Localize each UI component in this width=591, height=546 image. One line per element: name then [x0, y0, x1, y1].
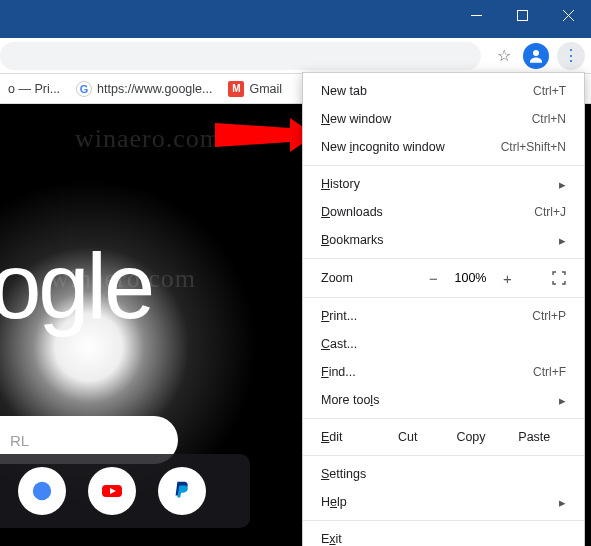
watermark-text: winaero.com: [75, 124, 221, 154]
menu-settings[interactable]: Settings: [303, 460, 584, 488]
zoom-in-button[interactable]: +: [493, 270, 523, 287]
bookmark-item[interactable]: o — Pri...: [8, 82, 60, 96]
bookmark-label: https://www.google...: [97, 82, 212, 96]
submenu-arrow-icon: ▸: [559, 495, 566, 510]
profile-avatar[interactable]: [523, 43, 549, 69]
window-titlebar: [0, 0, 591, 30]
bookmark-item[interactable]: MGmail: [228, 81, 282, 97]
edit-copy-button[interactable]: Copy: [439, 430, 502, 444]
shortcut-youtube[interactable]: [88, 467, 136, 515]
bookmark-star-icon[interactable]: ☆: [497, 46, 511, 65]
menu-downloads[interactable]: DownloadsCtrl+J: [303, 198, 584, 226]
edit-cut-button[interactable]: Cut: [376, 430, 439, 444]
bookmark-label: Gmail: [249, 82, 282, 96]
google-favicon-icon: G: [76, 81, 92, 97]
menu-new-window[interactable]: New windowCtrl+N: [303, 105, 584, 133]
menu-new-tab[interactable]: New tabCtrl+T: [303, 77, 584, 105]
menu-new-incognito[interactable]: New incognito windowCtrl+Shift+N: [303, 133, 584, 161]
menu-find[interactable]: Find...Ctrl+F: [303, 358, 584, 386]
menu-separator: [303, 258, 584, 259]
menu-history[interactable]: History▸: [303, 170, 584, 198]
shortcut-paypal[interactable]: [158, 467, 206, 515]
gmail-favicon-icon: M: [228, 81, 244, 97]
menu-exit[interactable]: Exit: [303, 525, 584, 546]
menu-more-tools[interactable]: More tools▸: [303, 386, 584, 414]
menu-separator: [303, 165, 584, 166]
address-bar[interactable]: [0, 42, 481, 70]
menu-help[interactable]: Help▸: [303, 488, 584, 516]
minimize-button[interactable]: [453, 0, 499, 30]
bookmark-item[interactable]: Ghttps://www.google...: [76, 81, 212, 97]
svg-rect-1: [517, 10, 527, 20]
browser-toolbar: ☆ ⋮: [0, 38, 591, 74]
menu-cast[interactable]: Cast...: [303, 330, 584, 358]
menu-separator: [303, 297, 584, 298]
zoom-out-button[interactable]: −: [419, 270, 449, 287]
bookmark-label: o — Pri...: [8, 82, 60, 96]
submenu-arrow-icon: ▸: [559, 177, 566, 192]
edit-paste-button[interactable]: Paste: [503, 430, 566, 444]
menu-edit-row: Edit Cut Copy Paste: [303, 423, 584, 451]
chrome-menu-button[interactable]: ⋮: [557, 42, 585, 70]
close-button[interactable]: [545, 0, 591, 30]
maximize-button[interactable]: [499, 0, 545, 30]
submenu-arrow-icon: ▸: [559, 393, 566, 408]
menu-separator: [303, 455, 584, 456]
tab-strip: [0, 30, 591, 38]
submenu-arrow-icon: ▸: [559, 233, 566, 248]
svg-point-5: [33, 482, 51, 500]
chrome-menu: New tabCtrl+T New windowCtrl+N New incog…: [302, 72, 585, 546]
menu-print[interactable]: Print...Ctrl+P: [303, 302, 584, 330]
svg-point-4: [533, 50, 539, 56]
search-placeholder: RL: [10, 432, 29, 449]
shortcut-dock: [0, 454, 250, 528]
fullscreen-button[interactable]: [548, 271, 570, 285]
menu-separator: [303, 520, 584, 521]
menu-bookmarks[interactable]: Bookmarks▸: [303, 226, 584, 254]
menu-zoom-row: Zoom − 100% +: [303, 263, 584, 293]
google-logo: oogle: [0, 234, 152, 339]
zoom-value: 100%: [449, 271, 493, 285]
menu-separator: [303, 418, 584, 419]
shortcut-chip[interactable]: [18, 467, 66, 515]
